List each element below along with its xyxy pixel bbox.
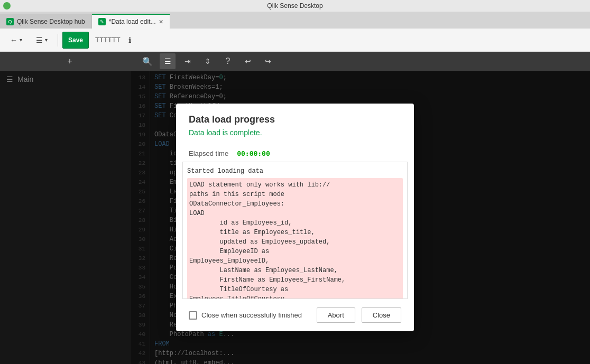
tab-hub-label: Qlik Sense Desktop hub — [17, 18, 85, 25]
modal-title: Data load progress — [189, 114, 401, 125]
indent-icon: ⇥ — [185, 57, 191, 66]
app-icon — [3, 2, 11, 10]
undo-icon: ↩ — [245, 57, 251, 66]
modal-log[interactable]: Started loading data LOAD statement only… — [182, 162, 408, 299]
log-intro: Started loading data — [187, 166, 403, 176]
abort-label: Abort — [328, 311, 344, 319]
modal-status: Data load is complete. — [189, 128, 401, 137]
tab-dataload[interactable]: ✎ *Data load edit... ✕ — [92, 14, 171, 29]
redo-icon: ↪ — [265, 57, 271, 66]
hub-icon: Q — [6, 18, 14, 25]
window-title: Qlik Sense Desktop — [267, 2, 322, 10]
close-button[interactable]: Close — [362, 307, 401, 323]
save-label: Save — [68, 36, 83, 44]
title-bar: Qlik Sense Desktop — [0, 0, 590, 12]
back-icon: ← — [10, 36, 17, 44]
toolbar-separator — [58, 34, 58, 46]
undo-button[interactable]: ↩ — [240, 53, 256, 69]
list-button[interactable]: ☰ ▾ — [30, 32, 53, 49]
modal-elapsed: Elapsed time 00:00:00 — [176, 145, 414, 162]
log-error-section: LOAD statement only works with lib:// pa… — [187, 178, 403, 299]
list-icon: ☰ — [36, 36, 43, 44]
add-section-button[interactable]: + — [62, 53, 78, 69]
info-button[interactable]: ℹ — [123, 32, 137, 49]
tab-bar: Q Qlik Sense Desktop hub ✎ *Data load ed… — [0, 12, 590, 29]
secondary-toolbar: + 🔍 ☰ ⇥ ⇕ ? ↩ ↪ — [0, 52, 590, 71]
indent-button[interactable]: ⇥ — [180, 53, 196, 69]
modal-footer: Close when successfully finished Abort C… — [176, 299, 414, 331]
tab-close-icon[interactable]: ✕ — [159, 18, 163, 25]
toolbar: ← ▾ ☰ ▾ Save TTTTTT ℹ — [0, 29, 590, 52]
search-icon: 🔍 — [142, 57, 153, 67]
script-icon: ☰ — [164, 57, 171, 66]
align-button[interactable]: ⇕ — [200, 53, 216, 69]
checkbox-wrapper[interactable]: Close when successfully finished — [189, 311, 310, 320]
close-on-success-checkbox[interactable] — [189, 311, 197, 320]
elapsed-label: Elapsed time — [189, 150, 228, 157]
info-icon: ℹ — [128, 36, 131, 44]
tab-hub[interactable]: Q Qlik Sense Desktop hub — [0, 14, 92, 29]
data-load-dialog: Data load progress Data load is complete… — [176, 104, 414, 331]
help-icon: ? — [226, 57, 231, 66]
search-button[interactable]: 🔍 — [140, 53, 155, 69]
back-button[interactable]: ← ▾ — [4, 32, 28, 49]
help-button[interactable]: ? — [220, 53, 236, 69]
abort-button[interactable]: Abort — [317, 307, 355, 323]
elapsed-value: 00:00:00 — [237, 150, 270, 157]
modal-overlay: Data load progress Data load is complete… — [0, 71, 590, 364]
main-area: ☰ Main 13141516 17181920 21222324 252627… — [0, 71, 590, 364]
align-icon: ⇕ — [205, 57, 211, 66]
script-button[interactable]: ☰ — [160, 53, 176, 69]
font-label: TTTTTT — [95, 36, 121, 44]
tab-dataload-label: *Data load edit... — [109, 18, 156, 25]
checkbox-label: Close when successfully finished — [201, 311, 302, 319]
add-icon: + — [67, 57, 72, 66]
dataload-icon: ✎ — [98, 18, 106, 25]
save-button[interactable]: Save — [62, 32, 89, 49]
modal-header: Data load progress Data load is complete… — [176, 104, 414, 145]
close-label: Close — [373, 311, 390, 319]
redo-button[interactable]: ↪ — [260, 53, 276, 69]
